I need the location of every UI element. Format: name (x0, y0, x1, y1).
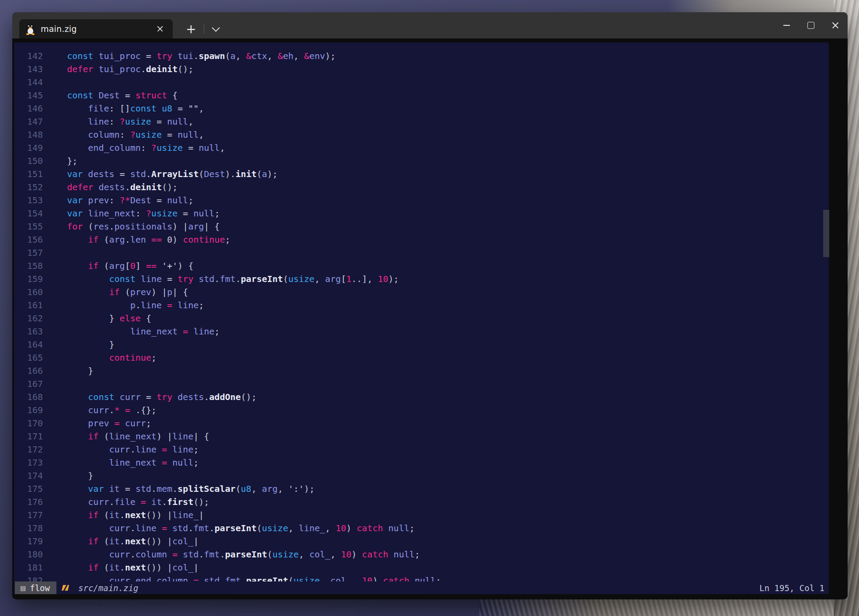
code-line: 181 if (it.next()) |col_| (14, 561, 829, 574)
line-number: 174 (14, 469, 43, 482)
code-line: 153 var prev: ?*Dest = null; (14, 194, 829, 207)
code-line: 168 const curr = try dests.addOne(); (14, 390, 829, 404)
code-line: 152 defer dests.deinit(); (14, 181, 829, 194)
code-line: 158 if (arg[0] == '+') { (14, 259, 829, 272)
line-number: 178 (14, 522, 43, 535)
code-line: 177 if (it.next()) |line_| (14, 508, 829, 522)
line-number: 143 (14, 63, 43, 76)
code-line: 156 if (arg.len == 0) continue; (14, 233, 829, 246)
code-line: 145 const Dest = struct { (14, 89, 829, 102)
code-line: 151 var dests = std.ArrayList(Dest).init… (14, 167, 829, 181)
line-number: 159 (14, 272, 43, 285)
code-line: 175 var it = std.mem.splitScalar(u8, arg… (14, 482, 829, 495)
scrollbar-thumb[interactable] (823, 210, 829, 257)
line-number: 165 (14, 351, 43, 364)
code-line: 165 continue; (14, 351, 829, 364)
line-number: 145 (14, 89, 43, 102)
code-line: 157 (14, 246, 829, 259)
close-icon (830, 20, 841, 31)
code-line: 174 } (14, 469, 829, 482)
code-line: 144 (14, 76, 829, 89)
code-line: 160 if (prev) |p| { (14, 285, 829, 299)
editor: 142 const tui_proc = try tui.spawn(a, &c… (14, 42, 829, 594)
minimize-button[interactable] (774, 12, 799, 38)
tab-title: main.zig (41, 24, 77, 34)
code-line: 149 end_column: ?usize = null, (14, 141, 829, 154)
flow-menu-chip[interactable]: ▤ flow (15, 581, 56, 594)
line-number: 175 (14, 482, 43, 495)
cursor-position: Ln 195, Col 1 (759, 583, 824, 593)
titlebar: main.zig + (12, 12, 848, 38)
code-area[interactable]: 142 const tui_proc = try tui.spawn(a, &c… (14, 42, 829, 581)
line-number: 176 (14, 495, 43, 508)
chevron-down-icon (212, 24, 220, 31)
code-line: 155 for (res.positionals) |arg| { (14, 220, 829, 233)
line-number: 146 (14, 102, 43, 115)
code-line: 172 curr.line = line; (14, 443, 829, 456)
code-line: 166 } (14, 364, 829, 377)
code-line: 161 p.line = line; (14, 299, 829, 312)
line-number: 142 (14, 49, 43, 63)
tab-close-button[interactable] (154, 23, 166, 35)
code-line: 154 var line_next: ?usize = null; (14, 207, 829, 220)
minimize-icon (783, 25, 790, 26)
line-number: 182 (14, 574, 43, 581)
line-number: 151 (14, 167, 43, 181)
line-number: 172 (14, 443, 43, 456)
line-number: 170 (14, 417, 43, 430)
line-number: 163 (14, 325, 43, 338)
terminal-body: 142 const tui_proc = try tui.spawn(a, &c… (12, 38, 848, 599)
code-line: 179 if (it.next()) |col_| (14, 535, 829, 548)
zig-icon (62, 585, 69, 591)
line-number: 152 (14, 181, 43, 194)
line-number: 180 (14, 548, 43, 561)
wallpaper-bottom-right (479, 597, 834, 616)
line-number: 144 (14, 76, 43, 89)
maximize-button[interactable] (799, 12, 823, 38)
tux-penguin-icon (26, 24, 35, 35)
line-number: 168 (14, 390, 43, 404)
document-icon: ▤ (20, 585, 26, 592)
line-number: 161 (14, 299, 43, 312)
flow-label: flow (30, 583, 50, 593)
code-line: 173 line_next = null; (14, 456, 829, 469)
code-line: 162 } else { (14, 312, 829, 325)
code-line: 180 curr.column = std.fmt.parseInt(usize… (14, 548, 829, 561)
line-number: 158 (14, 259, 43, 272)
code-line: 150 }; (14, 154, 829, 167)
line-number: 166 (14, 364, 43, 377)
code-line: 170 prev = curr; (14, 417, 829, 430)
line-number: 162 (14, 312, 43, 325)
code-line: 163 line_next = line; (14, 325, 829, 338)
line-number: 150 (14, 154, 43, 167)
file-path: src/main.zig (78, 583, 138, 593)
code-line: 146 file: []const u8 = "", (14, 102, 829, 115)
code-line: 164 } (14, 338, 829, 351)
wallpaper-top-right (667, 0, 834, 13)
code-line: 167 (14, 377, 829, 390)
line-number: 169 (14, 404, 43, 417)
code-line: 159 const line = try std.fmt.parseInt(us… (14, 272, 829, 285)
code-line: 176 curr.file = it.first(); (14, 495, 829, 508)
line-number: 171 (14, 430, 43, 443)
close-button[interactable] (823, 12, 848, 38)
line-number: 147 (14, 115, 43, 128)
code-line: 142 const tui_proc = try tui.spawn(a, &c… (14, 49, 829, 63)
line-number: 181 (14, 561, 43, 574)
line-number: 160 (14, 285, 43, 299)
line-number: 155 (14, 220, 43, 233)
code-line: 171 if (line_next) |line| { (14, 430, 829, 443)
line-number: 157 (14, 246, 43, 259)
line-number: 148 (14, 128, 43, 141)
line-number: 177 (14, 508, 43, 522)
code-line: 147 line: ?usize = null, (14, 115, 829, 128)
code-line: 169 curr.* = .{}; (14, 404, 829, 417)
code-line: 182 curr.end_column = std.fmt.parseInt(u… (14, 574, 829, 581)
tab-main-zig[interactable]: main.zig (19, 19, 173, 38)
maximize-icon (807, 22, 814, 29)
new-tab-button[interactable]: + (182, 19, 199, 38)
line-number: 149 (14, 141, 43, 154)
terminal-window: main.zig + 142 co (12, 12, 848, 599)
tab-list-dropdown-button[interactable] (209, 19, 223, 38)
tabbar-separator (204, 24, 204, 34)
